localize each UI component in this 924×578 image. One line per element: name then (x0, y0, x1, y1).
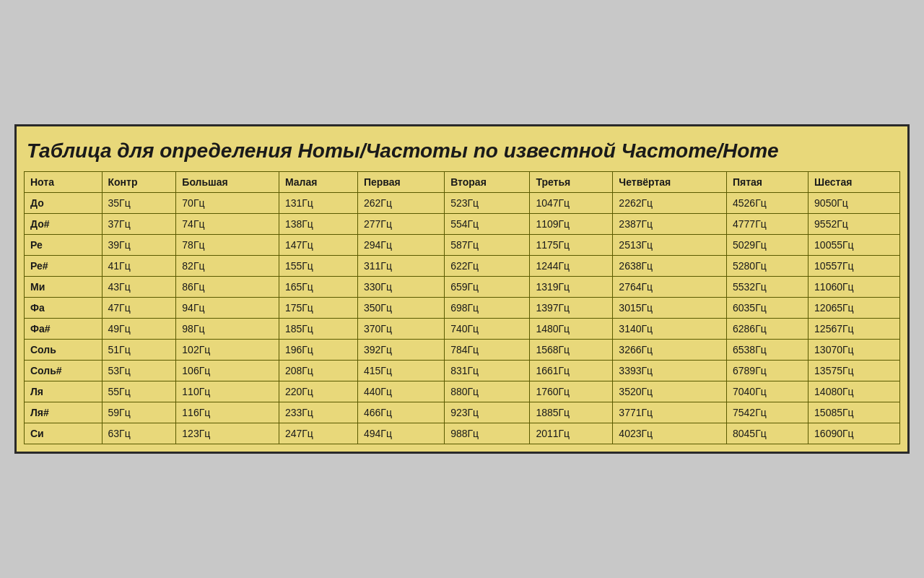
note-name: Фа# (25, 319, 103, 340)
column-header: Малая (279, 172, 357, 193)
frequency-value: 53Гц (102, 361, 176, 381)
frequency-value: 294Гц (357, 235, 444, 256)
frequency-value: 350Гц (357, 298, 444, 319)
frequency-value: 7542Гц (726, 402, 808, 423)
table-row: Ре39Гц78Гц147Гц294Гц587Гц1175Гц2513Гц502… (25, 235, 900, 256)
frequency-value: 1480Гц (530, 319, 613, 340)
frequency-value: 43Гц (102, 277, 176, 298)
frequency-value: 523Гц (445, 193, 530, 214)
frequency-value: 175Гц (279, 298, 357, 319)
frequency-value: 6035Гц (726, 298, 808, 319)
frequency-value: 78Гц (176, 235, 279, 256)
frequency-value: 1244Гц (530, 256, 613, 277)
frequency-value: 392Гц (357, 340, 444, 361)
frequency-value: 2513Гц (613, 235, 727, 256)
frequency-value: 74Гц (176, 214, 279, 235)
frequency-value: 415Гц (357, 361, 444, 381)
frequency-value: 165Гц (279, 277, 357, 298)
frequency-value: 10557Гц (808, 256, 900, 277)
note-name: Ми (25, 277, 103, 298)
table-row: Ре#41Гц82Гц155Гц311Гц622Гц1244Гц2638Гц52… (25, 256, 900, 277)
frequency-value: 1568Гц (530, 340, 613, 361)
column-header: Вторая (445, 172, 530, 193)
table-row: Ми43Гц86Гц165Гц330Гц659Гц1319Гц2764Гц553… (25, 277, 900, 298)
frequency-value: 10055Гц (808, 235, 900, 256)
column-header: Первая (357, 172, 444, 193)
frequency-value: 880Гц (445, 381, 530, 402)
frequency-value: 196Гц (279, 340, 357, 361)
page-title: Таблица для определения Ноты/Частоты по … (24, 134, 900, 171)
frequency-value: 247Гц (279, 423, 357, 444)
note-name: До (25, 193, 103, 214)
note-name: Си (25, 423, 103, 444)
frequency-value: 659Гц (445, 277, 530, 298)
main-container: Таблица для определения Ноты/Частоты по … (14, 124, 910, 454)
frequency-value: 5280Гц (726, 256, 808, 277)
frequency-value: 440Гц (357, 381, 444, 402)
frequency-value: 4526Гц (726, 193, 808, 214)
frequency-value: 9552Гц (808, 214, 900, 235)
frequency-value: 3771Гц (613, 402, 727, 423)
table-row: Ля#59Гц116Гц233Гц466Гц923Гц1885Гц3771Гц7… (25, 402, 900, 423)
frequency-value: 4023Гц (613, 423, 727, 444)
frequency-value: 94Гц (176, 298, 279, 319)
frequency-value: 370Гц (357, 319, 444, 340)
frequency-value: 2638Гц (613, 256, 727, 277)
frequency-value: 41Гц (102, 256, 176, 277)
frequency-value: 740Гц (445, 319, 530, 340)
frequency-value: 1109Гц (530, 214, 613, 235)
frequency-value: 7040Гц (726, 381, 808, 402)
frequency-value: 55Гц (102, 381, 176, 402)
frequency-value: 988Гц (445, 423, 530, 444)
frequency-value: 1885Гц (530, 402, 613, 423)
column-header: Контр (102, 172, 176, 193)
frequency-value: 116Гц (176, 402, 279, 423)
frequency-value: 622Гц (445, 256, 530, 277)
frequency-value: 6286Гц (726, 319, 808, 340)
frequency-value: 2764Гц (613, 277, 727, 298)
frequency-value: 1760Гц (530, 381, 613, 402)
frequency-value: 1661Гц (530, 361, 613, 381)
column-header: Нота (25, 172, 103, 193)
frequency-value: 138Гц (279, 214, 357, 235)
note-name: Фа (25, 298, 103, 319)
frequency-value: 51Гц (102, 340, 176, 361)
frequency-value: 59Гц (102, 402, 176, 423)
table-row: До#37Гц74Гц138Гц277Гц554Гц1109Гц2387Гц47… (25, 214, 900, 235)
table-row: Фа#49Гц98Гц185Гц370Гц740Гц1480Гц3140Гц62… (25, 319, 900, 340)
frequency-value: 11060Гц (808, 277, 900, 298)
frequency-value: 47Гц (102, 298, 176, 319)
frequency-value: 554Гц (445, 214, 530, 235)
frequency-value: 4777Гц (726, 214, 808, 235)
table-row: Соль51Гц102Гц196Гц392Гц784Гц1568Гц3266Гц… (25, 340, 900, 361)
frequency-value: 3393Гц (613, 361, 727, 381)
frequency-value: 13575Гц (808, 361, 900, 381)
note-name: Ре (25, 235, 103, 256)
frequency-value: 3266Гц (613, 340, 727, 361)
column-header: Шестая (808, 172, 900, 193)
frequency-value: 2262Гц (613, 193, 727, 214)
frequency-table: НотаКонтрБольшаяМалаяПерваяВтораяТретьяЧ… (24, 171, 900, 444)
frequency-value: 13070Гц (808, 340, 900, 361)
frequency-value: 220Гц (279, 381, 357, 402)
frequency-value: 233Гц (279, 402, 357, 423)
table-row: Ля55Гц110Гц220Гц440Гц880Гц1760Гц3520Гц70… (25, 381, 900, 402)
frequency-value: 262Гц (357, 193, 444, 214)
frequency-value: 185Гц (279, 319, 357, 340)
note-name: Ре# (25, 256, 103, 277)
column-header: Третья (530, 172, 613, 193)
table-row: Фа47Гц94Гц175Гц350Гц698Гц1397Гц3015Гц603… (25, 298, 900, 319)
note-name: Ля (25, 381, 103, 402)
frequency-value: 1319Гц (530, 277, 613, 298)
frequency-value: 147Гц (279, 235, 357, 256)
frequency-value: 311Гц (357, 256, 444, 277)
frequency-value: 784Гц (445, 340, 530, 361)
frequency-value: 49Гц (102, 319, 176, 340)
frequency-value: 3140Гц (613, 319, 727, 340)
frequency-value: 106Гц (176, 361, 279, 381)
frequency-value: 698Гц (445, 298, 530, 319)
column-header: Четвёртая (613, 172, 727, 193)
frequency-value: 5029Гц (726, 235, 808, 256)
frequency-value: 37Гц (102, 214, 176, 235)
frequency-value: 2011Гц (530, 423, 613, 444)
